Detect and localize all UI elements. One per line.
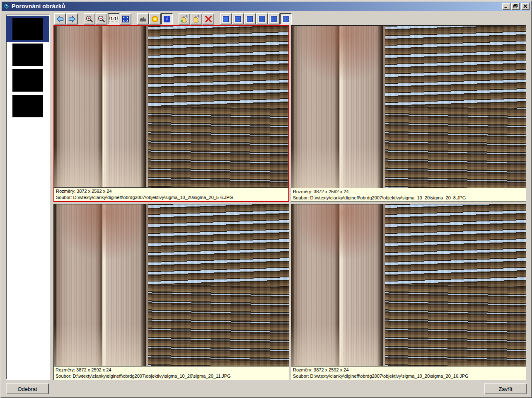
next-image-button[interactable] [66,13,78,24]
layout-single-button[interactable] [220,13,232,24]
compare-panel-4[interactable]: Rozměry: 3872 x 2592 x 24 Soubor: D:\wte… [291,204,526,380]
layout-2x2-button[interactable] [280,13,292,24]
photo-layer [378,26,526,189]
compare-panel-3[interactable]: Rozměry: 3872 x 2592 x 24 Soubor: D:\wte… [53,204,289,380]
paste-image-icon [192,15,201,23]
layout-2-cols-button[interactable] [244,13,256,24]
histogram-icon [139,15,147,23]
image-file-path: Soubor: D:\wtexty\clanky\digineff\obrdg2… [293,195,526,201]
thumbnail-photo [13,19,42,39]
close-dialog-button[interactable]: Zavřít [484,383,527,394]
restore-button[interactable] [511,3,520,10]
zoom-in-button[interactable] [84,13,95,24]
zoom-out-icon [97,15,106,23]
histogram-button[interactable] [137,13,149,24]
compared-image [291,204,526,367]
layout-2x2-icon [282,15,290,23]
zoom-out-button[interactable] [96,13,107,24]
photo-layer [377,204,383,367]
fit-to-window-icon [121,15,130,23]
image-dimensions: Rozměry: 3872 x 2592 x 24 [293,367,526,373]
photo-layer [140,26,146,188]
image-dimensions: Rozměry: 3872 x 2592 x 24 [56,367,289,373]
zoom-1-1-button[interactable]: 1:1 [108,13,119,24]
image-info-bar: Rozměry: 3872 x 2592 x 24 Soubor: D:\wte… [291,188,526,201]
photo-layer [377,26,383,189]
close-button[interactable] [521,3,530,10]
layout-2-cols-icon [246,15,254,23]
photo-layer [291,325,385,367]
thumbnail-image [12,69,43,92]
sun-icon [151,15,159,23]
add-image-icon [180,15,189,23]
photo-layer [141,26,288,188]
thumbnail-item-4[interactable] [6,93,49,119]
thumbnail-photo [13,97,42,116]
photo-layer [291,146,385,189]
arrow-right-icon [68,15,76,23]
image-file-path: Soubor: D:\wtexty\clanky\digineff\obrdg2… [56,194,288,201]
window-title: Porovnání obrázků [12,3,65,10]
thumbnail-image [12,18,43,40]
restore-icon [513,4,518,8]
layout-single-icon [222,15,230,23]
thumbnail-image [12,95,43,117]
compared-image [54,26,288,188]
compared-image [54,204,289,367]
photo-layer [141,204,289,367]
arrow-left-icon [56,15,64,23]
fit-to-window-button[interactable] [120,13,131,24]
photo-layer [378,204,526,367]
delete-icon [204,15,213,23]
image-info-bar: Rozměry: 3872 x 2592 x 24 Soubor: D:\wte… [54,187,288,201]
compared-image [291,26,526,189]
thumbnail-image [12,44,43,66]
layout-3-cols-icon [270,15,278,23]
minimize-button[interactable] [502,3,510,10]
brightness-button[interactable] [149,13,161,24]
delete-image-button[interactable] [203,13,214,24]
prev-image-button[interactable] [54,13,66,24]
layout-3-rows-button[interactable] [256,13,268,24]
image-info-bar: Rozměry: 3872 x 2592 x 24 Soubor: D:\wte… [54,366,289,380]
zoom-in-icon [85,15,94,23]
info-button[interactable]: i [161,13,173,24]
layout-3-rows-icon [258,15,266,23]
thumbnail-photo [13,71,42,90]
app-icon [3,3,10,10]
thumbnail-item-3[interactable] [6,68,49,93]
image-dimensions: Rozměry: 3872 x 2592 x 24 [56,188,288,194]
app-window: Porovnání obrázků [0,0,532,398]
titlebar[interactable]: Porovnání obrázků [2,2,530,11]
layout-2-rows-icon [234,15,242,23]
thumbnail-list[interactable] [6,15,50,380]
close-icon [523,4,528,8]
photo-layer [54,146,148,188]
remove-button[interactable]: Odebrat [6,383,49,394]
layout-2-rows-button[interactable] [232,13,244,24]
minimize-icon [504,4,509,8]
compare-panel-1[interactable]: Rozměry: 3872 x 2592 x 24 Soubor: D:\wte… [53,25,289,202]
toolbar: 1:1 i [54,13,292,24]
compare-panel-2[interactable]: Rozměry: 3872 x 2592 x 24 Soubor: D:\wte… [291,25,526,202]
layout-3-cols-button[interactable] [268,13,280,24]
window-controls [502,3,530,10]
thumbnail-item-2[interactable] [6,42,49,68]
image-file-path: Soubor: D:\wtexty\clanky\digineff\obrdg2… [56,373,289,379]
paste-image-button[interactable] [191,13,202,24]
zoom-1-1-icon: 1:1 [109,16,118,22]
thumbnail-item-1[interactable] [6,16,49,42]
photo-layer [54,325,148,367]
thumbnail-photo [13,45,42,64]
image-info-bar: Rozměry: 3872 x 2592 x 24 Soubor: D:\wte… [291,366,526,380]
add-image-button[interactable] [179,13,190,24]
info-icon: i [164,16,170,22]
image-dimensions: Rozměry: 3872 x 2592 x 24 [293,189,526,195]
image-file-path: Soubor: D:\wtexty\clanky\digineff\obrdg2… [293,373,526,379]
photo-layer [140,204,146,367]
